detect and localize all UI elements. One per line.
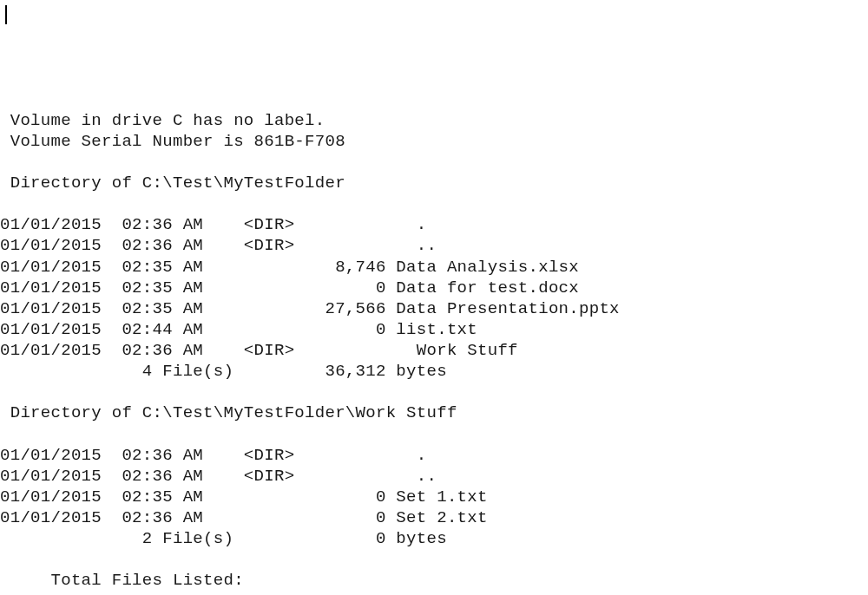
dir-command-output: Volume in drive C has no label. Volume S… bbox=[0, 110, 868, 595]
text-cursor bbox=[5, 5, 7, 24]
